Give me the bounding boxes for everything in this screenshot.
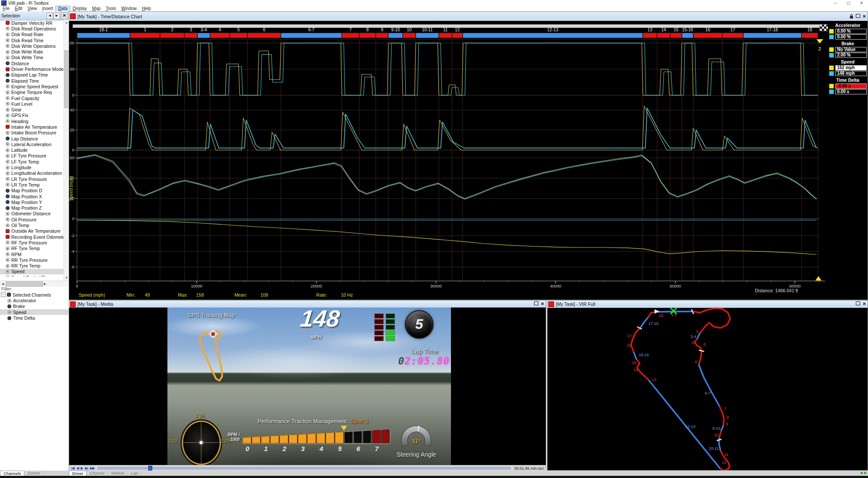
channel-item[interactable]: Disk Read Time (0, 37, 63, 43)
channel-item[interactable]: Oil Pressure (0, 217, 63, 222)
menu-item-help[interactable]: Help (139, 6, 154, 11)
chart-panel-header[interactable]: [My Task] - Time/Distance Chart ✕ (69, 12, 868, 21)
channel-item[interactable]: Oil Temp (0, 222, 63, 228)
channel-item[interactable]: LR Tyre Pressure (0, 176, 63, 182)
close-panel-button[interactable]: ✕ (861, 301, 868, 307)
collapse-icon[interactable]: − (1, 292, 6, 297)
channel-item[interactable]: LF Tyre Temp (0, 159, 63, 164)
minimize-button[interactable]: — (829, 1, 842, 5)
channel-list[interactable]: Damper Velocity RRDisk Read OperationsDi… (0, 20, 63, 277)
transport-button[interactable]: ▶ (81, 466, 83, 470)
channel-item[interactable]: Driver Performance Mode (0, 66, 63, 72)
vir-track-map[interactable]: 181-233-44566-77899-101010-11111212-1313… (548, 308, 868, 470)
tab-lap[interactable]: Lap (128, 471, 141, 476)
menu-item-insert[interactable]: Insert (40, 6, 56, 11)
menu-item-window[interactable]: Window (119, 6, 140, 11)
menu-item-data[interactable]: Data (56, 6, 70, 11)
channel-item[interactable]: RR Tyre Pressure (0, 257, 63, 263)
channel-item[interactable]: Map Position X (0, 194, 63, 199)
channel-item[interactable]: Disk Read Rate (0, 32, 63, 37)
selected-channel-item[interactable]: Speed (0, 309, 69, 315)
channel-item[interactable]: Distance (0, 60, 63, 66)
channel-item[interactable]: Engine Torqure Req (0, 90, 63, 95)
channel-item[interactable]: Recording Event Odometer (0, 234, 63, 240)
hscroll-thumb[interactable] (6, 281, 43, 287)
selected-channel-item[interactable]: Accelerator (0, 298, 69, 304)
media-panel-header[interactable]: [My Task] - Media ✕ (69, 301, 546, 308)
selection-close-button[interactable]: ✕ (61, 12, 68, 19)
selected-channel-item[interactable]: Brake (0, 304, 69, 309)
channel-item[interactable]: RF Tyre Pressure (0, 240, 63, 245)
channel-item[interactable]: Outside Air Temperature (0, 228, 63, 234)
channel-item[interactable]: Gear (0, 107, 63, 112)
channel-item[interactable]: Disk Write Rate (0, 49, 63, 54)
channel-item[interactable]: Latitude (0, 147, 63, 153)
channel-item[interactable]: Odometer Distance (0, 211, 63, 217)
chart-body[interactable]: 18-11233-44566-77899-101010-11111212-131… (69, 21, 828, 300)
video-area[interactable]: GPS Tracking Map 148 MPH 5 Lap Time 02:0… (69, 308, 546, 465)
menu-item-display[interactable]: Display (70, 6, 90, 11)
transport-button[interactable]: |◀ (71, 466, 74, 470)
menu-item-map[interactable]: Map (90, 6, 103, 11)
maximize-panel-button[interactable] (855, 14, 861, 19)
channel-item[interactable]: RF Tyre Temp (0, 246, 63, 251)
channel-item[interactable]: Speed Control Response (0, 274, 63, 277)
menu-item-edit[interactable]: Edit (12, 6, 25, 11)
transport-button[interactable]: ▶▶ (90, 466, 94, 470)
svg-text:16: 16 (627, 343, 631, 348)
selected-channel-item[interactable]: Time Delta (0, 315, 69, 321)
channel-item[interactable]: Longitudinal Acceleration (0, 170, 63, 176)
channel-item[interactable]: Engine Speed Request (0, 84, 63, 89)
channel-item[interactable]: Fuel Capacity (0, 95, 63, 101)
channel-item[interactable]: Elapsed Lap Time (0, 72, 63, 78)
close-panel-button[interactable]: ✕ (861, 14, 868, 19)
channel-item[interactable]: Lateral Acceleration (0, 141, 63, 147)
channel-item[interactable]: Intake Air Temperature (0, 124, 63, 130)
menu-item-file[interactable]: File (0, 6, 12, 11)
channel-item[interactable]: Lap Distance (0, 136, 63, 141)
channel-item[interactable]: Disk Write Operations (0, 43, 63, 49)
channel-item[interactable]: Elapsed Time (0, 78, 63, 84)
timedistance-chart[interactable]: 18-11233-44566-77899-101010-11111212-131… (69, 21, 828, 300)
tab-chassis[interactable]: Chassis (87, 471, 108, 476)
next-arrow-button[interactable]: ▶ (53, 13, 60, 19)
prev-arrow-button[interactable]: ◀ (47, 13, 53, 19)
channel-item[interactable]: Disk Read Operations (0, 26, 63, 31)
channel-item[interactable]: Disk Write Time (0, 55, 63, 60)
scroll-left-icon[interactable]: ◀ (0, 281, 5, 286)
channel-item[interactable]: RR Tyre Temp (0, 263, 63, 268)
channel-item[interactable]: LR Tyre Temp (0, 182, 63, 187)
maximize-button[interactable]: ▢ (842, 1, 855, 5)
menu-item-tools[interactable]: Tools (103, 6, 118, 11)
selected-channels-group[interactable]: − Selected Channels (0, 292, 69, 298)
close-panel-button[interactable]: ✕ (539, 301, 546, 307)
channel-item[interactable]: RPM (0, 251, 63, 257)
channel-item[interactable]: Speed (0, 269, 63, 274)
channel-icon (6, 73, 10, 77)
transport-button[interactable]: ▶| (85, 466, 88, 470)
channel-item[interactable]: Longitude (0, 164, 63, 170)
channel-item[interactable]: GPS Fix (0, 113, 63, 118)
channel-item[interactable]: Intake Boost Pressure (0, 130, 63, 136)
scroll-right-icon[interactable]: ▶ (43, 281, 47, 286)
channel-item[interactable]: Map Position Y (0, 199, 63, 205)
media-seek-slider[interactable] (98, 467, 511, 469)
menu-item-view[interactable]: View (25, 6, 40, 11)
maximize-panel-button[interactable] (855, 301, 861, 307)
channel-item[interactable]: Damper Velocity RR (0, 20, 63, 26)
maximize-panel-button[interactable] (533, 301, 539, 307)
channel-item[interactable]: Map Position D (0, 188, 63, 194)
lock-icon[interactable] (848, 14, 855, 19)
tab-events[interactable]: Events (24, 471, 43, 476)
selected-channels-tree[interactable]: − Selected Channels AcceleratorBrakeSpee… (0, 292, 69, 321)
channel-list-hscrollbar[interactable]: ◀ ▶ (0, 281, 69, 287)
map-panel-header[interactable]: [My Task] - VIR Full ✕ (548, 301, 868, 308)
channel-item[interactable]: Fuel Level (0, 101, 63, 107)
tab-vehicle[interactable]: Vehicle (108, 471, 128, 476)
close-button[interactable]: ✕ (855, 1, 868, 5)
channel-item[interactable]: LF Tyre Pressure (0, 153, 63, 159)
channel-icon (6, 177, 10, 181)
transport-button[interactable]: ◀ (76, 466, 78, 470)
channel-item[interactable]: Map Position Z (0, 205, 63, 211)
channel-item[interactable]: Heading (0, 118, 63, 124)
